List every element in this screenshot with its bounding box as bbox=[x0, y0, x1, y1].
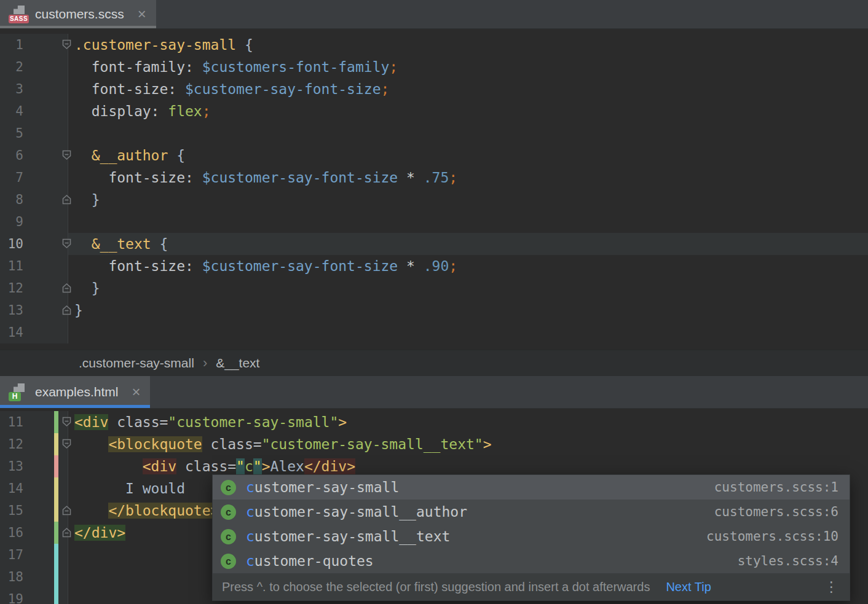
completion-item-customer-say-small__author[interactable]: ccustomer-say-small__authorcustomers.scs… bbox=[213, 500, 850, 524]
code-line-14[interactable]: 14 bbox=[0, 321, 868, 343]
code-line-11[interactable]: 11font-size: $customer-say-font-size * .… bbox=[0, 255, 868, 277]
line-number: 5 bbox=[0, 122, 23, 144]
code-line-1[interactable]: 1.customer-say-small { bbox=[0, 34, 868, 56]
fold-start-icon[interactable] bbox=[62, 417, 71, 427]
gutter: 3 bbox=[0, 78, 68, 100]
code-text[interactable]: font-family: $customers-font-family; bbox=[68, 56, 868, 78]
code-line-10[interactable]: 10&__text { bbox=[0, 233, 868, 255]
code-text[interactable]: &__text { bbox=[68, 233, 868, 255]
file-page-glyph bbox=[14, 383, 25, 392]
code-text[interactable]: font-size: $customer-say-font-size * .75… bbox=[68, 167, 868, 189]
gutter: 12 bbox=[0, 433, 68, 455]
token-kw: flex bbox=[168, 103, 202, 119]
scss-editor[interactable]: 1.customer-say-small {2font-family: $cus… bbox=[0, 29, 868, 350]
token-semi: ; bbox=[389, 59, 398, 75]
code-line-9[interactable]: 9 bbox=[0, 211, 868, 233]
close-icon[interactable]: × bbox=[138, 7, 146, 22]
fold-start-icon[interactable] bbox=[62, 39, 71, 50]
completion-item-location: styles.scss:4 bbox=[738, 549, 838, 573]
tag-tree-marker-teal bbox=[54, 588, 58, 604]
tag-tree-marker-red bbox=[54, 455, 58, 477]
gutter: 10 bbox=[0, 233, 68, 255]
token-sel: .customer-say-small bbox=[74, 37, 236, 53]
code-text[interactable] bbox=[68, 122, 868, 144]
token-prop: font-size: bbox=[108, 170, 202, 186]
completion-item-location: customers.scss:10 bbox=[706, 524, 838, 549]
matched-prefix: c bbox=[246, 528, 254, 544]
token-attr: class= bbox=[108, 414, 168, 430]
completion-list: ccustomer-say-smallcustomers.scss:1ccust… bbox=[213, 475, 850, 573]
completion-item-label: customer-say-small__author bbox=[246, 500, 467, 524]
close-icon[interactable]: × bbox=[132, 385, 140, 399]
gutter: 8 bbox=[0, 189, 68, 211]
fold-end-icon[interactable] bbox=[62, 505, 71, 516]
completion-hint-bar: Press ^. to choose the selected (or firs… bbox=[213, 573, 850, 600]
fold-start-icon[interactable] bbox=[62, 238, 71, 249]
code-line-12[interactable]: 12} bbox=[0, 277, 868, 299]
token-prop: font-size: bbox=[92, 81, 185, 97]
token-tag: <div bbox=[143, 458, 176, 474]
tab-examples-html[interactable]: H examples.html × bbox=[0, 376, 150, 408]
fold-start-icon[interactable] bbox=[62, 150, 71, 160]
code-text[interactable]: <div class="customer-say-small"> bbox=[68, 411, 868, 433]
more-options-icon[interactable]: ⋮ bbox=[824, 579, 838, 595]
code-text[interactable]: .customer-say-small { bbox=[68, 34, 868, 56]
code-line-11[interactable]: 11<div class="customer-say-small"> bbox=[0, 411, 868, 433]
code-text[interactable]: } bbox=[68, 277, 868, 299]
line-number: 1 bbox=[0, 34, 23, 56]
token-tag: <div bbox=[74, 414, 108, 430]
line-number: 13 bbox=[0, 299, 23, 321]
completion-item-customer-say-small__text[interactable]: ccustomer-say-small__textcustomers.scss:… bbox=[213, 524, 850, 549]
breadcrumb-item-nested-selector[interactable]: &__text bbox=[216, 356, 259, 371]
gutter: 19 bbox=[0, 588, 68, 604]
code-line-4[interactable]: 4display: flex; bbox=[0, 100, 868, 122]
token-tag: </blockquote> bbox=[108, 503, 219, 519]
fold-end-icon[interactable] bbox=[62, 194, 71, 205]
hint-text: Press ^. to choose the selected (or firs… bbox=[222, 580, 650, 594]
fold-end-icon[interactable] bbox=[62, 527, 71, 538]
gutter: 9 bbox=[0, 211, 68, 233]
code-line-5[interactable]: 5 bbox=[0, 122, 868, 144]
tab-customers-scss[interactable]: SASS customers.scss × bbox=[0, 0, 156, 28]
code-line-8[interactable]: 8} bbox=[0, 189, 868, 211]
code-text[interactable]: display: flex; bbox=[68, 100, 868, 122]
sass-file-icon: SASS bbox=[9, 4, 29, 24]
gutter: 14 bbox=[0, 477, 68, 500]
code-line-7[interactable]: 7font-size: $customer-say-font-size * .7… bbox=[0, 167, 868, 189]
ide-window: SASS customers.scss × 1.customer-say-sma… bbox=[0, 0, 868, 604]
token-sel: &__text bbox=[92, 236, 151, 252]
token-brace: } bbox=[74, 302, 83, 318]
file-page-glyph bbox=[14, 6, 25, 14]
fold-start-icon[interactable] bbox=[62, 439, 71, 449]
completion-item-customer-say-small[interactable]: ccustomer-say-smallcustomers.scss:1 bbox=[213, 475, 850, 500]
line-number: 17 bbox=[0, 544, 23, 566]
next-tip-link[interactable]: Next Tip bbox=[666, 580, 711, 594]
code-line-13[interactable]: 13} bbox=[0, 299, 868, 321]
token-brace: { bbox=[168, 147, 185, 163]
code-text[interactable]: } bbox=[68, 299, 868, 321]
code-text[interactable]: &__author { bbox=[68, 144, 868, 167]
completion-item-customer-quotes[interactable]: ccustomer-quotesstyles.scss:4 bbox=[213, 549, 850, 573]
code-line-3[interactable]: 3font-size: $customer-say-font-size; bbox=[0, 78, 868, 100]
code-text[interactable] bbox=[68, 211, 868, 233]
breadcrumb-item-selector[interactable]: .customer-say-small bbox=[79, 356, 194, 371]
token-tag: </div> bbox=[74, 525, 125, 541]
token-val: c bbox=[245, 458, 253, 474]
code-line-2[interactable]: 2font-family: $customers-font-family; bbox=[0, 56, 868, 78]
token-var: $customer-say-font-size bbox=[185, 81, 381, 97]
token-prop: font-size: bbox=[108, 258, 202, 274]
code-line-6[interactable]: 6&__author { bbox=[0, 144, 868, 167]
tag-tree-marker-teal bbox=[54, 544, 58, 566]
matched-prefix: c bbox=[246, 479, 254, 495]
code-text[interactable]: } bbox=[68, 189, 868, 211]
fold-end-icon[interactable] bbox=[62, 283, 71, 293]
code-text[interactable]: <blockquote class="customer-say-small__t… bbox=[68, 433, 868, 455]
scss-editor-pane: SASS customers.scss × 1.customer-say-sma… bbox=[0, 0, 868, 376]
code-text[interactable] bbox=[68, 321, 868, 343]
code-line-12[interactable]: 12<blockquote class="customer-say-small_… bbox=[0, 433, 868, 455]
chevron-right-icon: › bbox=[203, 355, 207, 371]
line-number: 9 bbox=[0, 211, 23, 233]
code-text[interactable]: font-size: $customer-say-font-size * .90… bbox=[68, 255, 868, 277]
fold-end-icon[interactable] bbox=[62, 305, 71, 315]
code-text[interactable]: font-size: $customer-say-font-size; bbox=[68, 78, 868, 100]
